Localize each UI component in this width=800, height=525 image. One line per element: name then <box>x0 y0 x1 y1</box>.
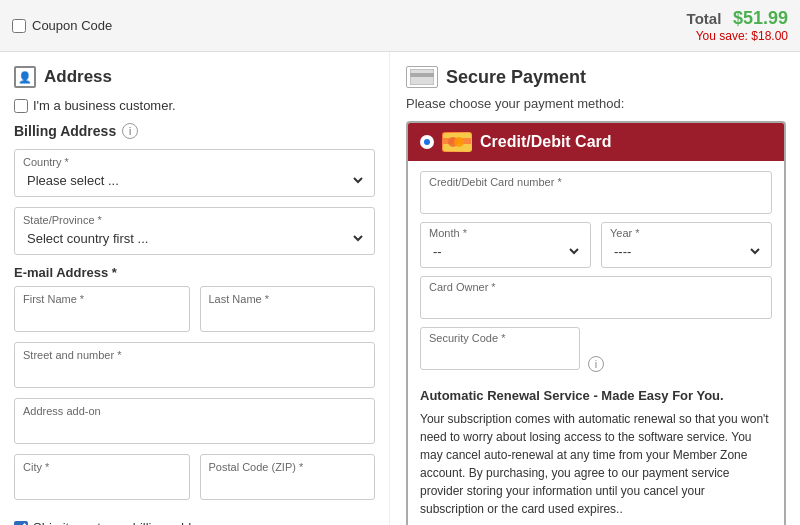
card-radio[interactable] <box>420 135 434 149</box>
street-input[interactable] <box>23 363 366 382</box>
first-name-input[interactable] <box>23 307 181 326</box>
svg-point-5 <box>454 137 464 147</box>
email-label-text: E-mail Address * <box>14 265 117 280</box>
security-row: Security Code * i <box>420 327 772 378</box>
card-number-group: Credit/Debit Card number * <box>420 171 772 214</box>
payment-icon <box>406 66 438 88</box>
last-name-label: Last Name * <box>209 293 367 305</box>
card-icon-svg <box>410 69 434 85</box>
security-code-group: Security Code * <box>420 327 580 370</box>
address-title-text: Address <box>44 67 112 87</box>
street-group: Street and number * <box>14 342 375 388</box>
country-field-group: Country * Please select ... <box>14 149 375 197</box>
first-name-group: First Name * <box>14 286 190 332</box>
billing-info-icon[interactable]: i <box>122 123 138 139</box>
billing-address-label: Billing Address i <box>14 123 375 139</box>
main-content: 👤 Address I'm a business customer. Billi… <box>0 52 800 525</box>
address-section-title: 👤 Address <box>14 66 375 88</box>
business-label: I'm a business customer. <box>33 98 176 113</box>
last-name-input[interactable] <box>209 307 367 326</box>
business-checkbox[interactable] <box>14 99 28 113</box>
security-code-label: Security Code * <box>429 332 571 344</box>
postal-group: Postal Code (ZIP) * <box>200 454 376 500</box>
auto-renewal-text: Your subscription comes with automatic r… <box>420 410 772 518</box>
card-owner-input[interactable] <box>429 295 763 313</box>
city-postal-row: City * Postal Code (ZIP) * <box>14 454 375 510</box>
business-check-row: I'm a business customer. <box>14 98 375 113</box>
month-label: Month * <box>429 227 582 239</box>
month-year-row: Month * -- Year * ---- <box>420 222 772 276</box>
first-name-label: First Name * <box>23 293 181 305</box>
year-select[interactable]: ---- <box>610 241 763 262</box>
auto-renewal-section: Automatic Renewal Service - Made Easy Fo… <box>420 378 772 518</box>
total-amount: $51.99 <box>733 8 788 28</box>
ship-check-row: Ship items to my billing address <box>14 520 375 525</box>
month-select[interactable]: -- <box>429 241 582 262</box>
ship-label: Ship items to my billing address <box>33 520 216 525</box>
card-header-label: Credit/Debit Card <box>480 133 612 151</box>
name-row: First Name * Last Name * <box>14 286 375 342</box>
state-label: State/Province * <box>23 214 366 226</box>
savings-text: You save: $18.00 <box>687 29 788 43</box>
svg-rect-1 <box>410 73 434 77</box>
country-label: Country * <box>23 156 366 168</box>
top-bar: Coupon Code Total $51.99 You save: $18.0… <box>0 0 800 52</box>
auto-renewal-title: Automatic Renewal Service - Made Easy Fo… <box>420 386 772 406</box>
last-name-group: Last Name * <box>200 286 376 332</box>
card-brand-icon <box>442 132 472 152</box>
address-addon-input[interactable] <box>23 419 366 438</box>
coupon-checkbox[interactable] <box>12 19 26 33</box>
security-info-icon[interactable]: i <box>588 356 604 372</box>
postal-input[interactable] <box>209 475 367 494</box>
address-addon-group: Address add-on <box>14 398 375 444</box>
year-group: Year * ---- <box>601 222 772 268</box>
card-number-input[interactable] <box>429 190 763 208</box>
coupon-label: Coupon Code <box>32 18 112 33</box>
address-icon: 👤 <box>14 66 36 88</box>
right-column: Secure Payment Please choose your paymen… <box>390 52 800 525</box>
country-select[interactable]: Please select ... <box>23 170 366 191</box>
billing-label-text: Billing Address <box>14 123 116 139</box>
state-field-group: State/Province * Select country first ..… <box>14 207 375 255</box>
city-group: City * <box>14 454 190 500</box>
month-group: Month * -- <box>420 222 591 268</box>
coupon-area: Coupon Code <box>12 18 112 33</box>
state-select[interactable]: Select country first ... <box>23 228 366 249</box>
payment-section-title: Secure Payment <box>406 66 786 88</box>
card-owner-label: Card Owner * <box>429 281 763 293</box>
card-form: Credit/Debit Card number * Month * -- Ye… <box>408 161 784 525</box>
total-area: Total $51.99 You save: $18.00 <box>687 8 788 43</box>
address-addon-label: Address add-on <box>23 405 366 417</box>
city-label: City * <box>23 461 181 473</box>
card-owner-group: Card Owner * <box>420 276 772 319</box>
choose-method-text: Please choose your payment method: <box>406 96 786 111</box>
card-option-header[interactable]: Credit/Debit Card <box>408 123 784 161</box>
city-input[interactable] <box>23 475 181 494</box>
card-radio-inner <box>424 139 430 145</box>
total-label: Total <box>687 10 722 27</box>
payment-title-text: Secure Payment <box>446 67 586 88</box>
email-section-label: E-mail Address * <box>14 265 375 280</box>
year-label: Year * <box>610 227 763 239</box>
credit-card-option: Credit/Debit Card Credit/Debit Card numb… <box>406 121 786 525</box>
street-label: Street and number * <box>23 349 366 361</box>
left-column: 👤 Address I'm a business customer. Billi… <box>0 52 390 525</box>
postal-label: Postal Code (ZIP) * <box>209 461 367 473</box>
ship-checkbox[interactable] <box>14 521 28 526</box>
security-code-input[interactable] <box>429 346 571 364</box>
card-number-label: Credit/Debit Card number * <box>429 176 763 188</box>
